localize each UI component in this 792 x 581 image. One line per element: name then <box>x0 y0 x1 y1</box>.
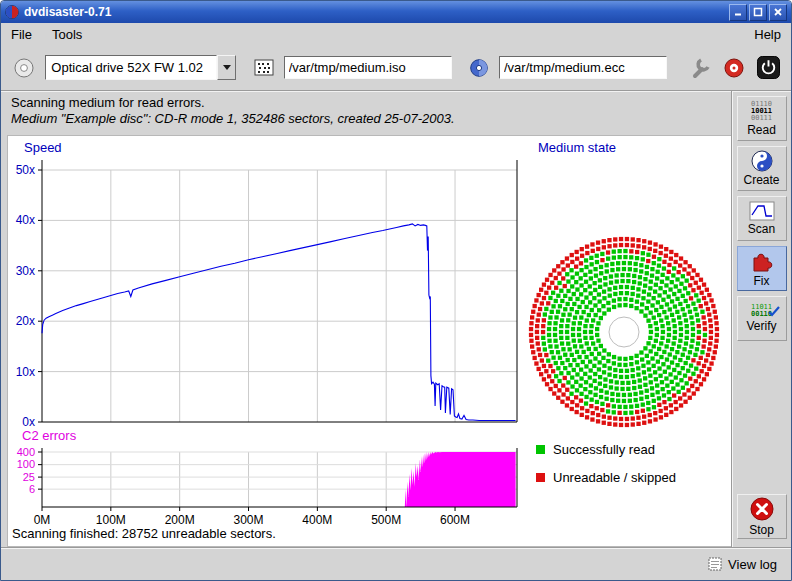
content-column: Scanning medium for read errors. Medium … <box>1 91 731 547</box>
legend-item-unreadable: Unreadable / skipped <box>536 470 676 485</box>
status-area: Scanning medium for read errors. Medium … <box>1 91 731 135</box>
sidebar-button-stop[interactable]: Stop <box>737 494 787 539</box>
about-button[interactable] <box>719 53 748 83</box>
svg-text:0x: 0x <box>22 415 35 428</box>
window-controls <box>729 4 787 21</box>
svg-text:300M: 300M <box>234 513 264 527</box>
svg-text:40x: 40x <box>16 213 35 227</box>
speed-chart: 0x10x20x30x40x50x <box>8 152 533 428</box>
medium-state-title: Medium state <box>538 140 616 155</box>
main-region: Scanning medium for read errors. Medium … <box>1 91 791 547</box>
iso-image-icon <box>254 59 274 76</box>
binary-read-icon: 011101001100111 <box>751 101 772 122</box>
titlebar[interactable]: dvdisaster-0.71 <box>1 1 791 23</box>
disc-drive-icon <box>13 57 35 79</box>
ecc-file-icon <box>469 58 489 78</box>
chevron-down-icon <box>223 65 231 70</box>
binary-verify-icon: 1101100110 <box>751 304 772 318</box>
app-window: dvdisaster-0.71 File Tools Help Opti <box>0 0 792 581</box>
checkmark-icon <box>768 306 780 317</box>
close-icon <box>773 7 783 17</box>
status-line-1: Scanning medium for read errors. <box>11 95 731 111</box>
legend-label-read: Successfully read <box>553 442 655 457</box>
maximize-button[interactable] <box>749 4 767 21</box>
svg-text:25: 25 <box>23 471 35 483</box>
svg-text:50x: 50x <box>16 163 35 177</box>
minimize-button[interactable] <box>729 4 747 21</box>
power-icon <box>757 56 780 79</box>
view-log-label: View log <box>728 557 777 572</box>
legend-swatch-red <box>536 473 545 482</box>
legend-swatch-green <box>536 445 545 454</box>
menubar: File Tools Help <box>1 23 791 45</box>
view-log-button[interactable]: View log <box>704 555 781 574</box>
scan-graph-icon <box>749 201 775 221</box>
svg-text:10x: 10x <box>16 365 35 379</box>
medium-state-disc <box>524 232 724 432</box>
svg-text:20x: 20x <box>16 314 35 328</box>
sidebar-button-create[interactable]: Create <box>737 146 787 191</box>
drive-select-dropdown-button[interactable] <box>217 55 236 80</box>
sidebar-label-verify: Verify <box>746 319 776 333</box>
svg-text:400M: 400M <box>302 513 332 527</box>
iso-path-input[interactable] <box>284 56 452 79</box>
action-sidebar: 011101001100111 Read Create Scan <box>731 91 791 547</box>
svg-text:500M: 500M <box>371 513 401 527</box>
sidebar-label-stop: Stop <box>749 523 774 537</box>
sidebar-label-read: Read <box>747 123 776 137</box>
menu-tools[interactable]: Tools <box>52 27 82 42</box>
sidebar-button-scan[interactable]: Scan <box>737 196 787 241</box>
c2-chart-title: C2 errors <box>22 428 76 443</box>
yin-yang-icon <box>751 150 773 172</box>
preferences-button[interactable] <box>685 53 714 83</box>
svg-text:30x: 30x <box>16 264 35 278</box>
svg-text:400: 400 <box>17 446 35 458</box>
legend-item-read: Successfully read <box>536 442 676 457</box>
sidebar-label-scan: Scan <box>748 222 775 236</box>
menu-file[interactable]: File <box>11 27 32 42</box>
menu-help[interactable]: Help <box>754 27 781 42</box>
svg-text:600M: 600M <box>440 513 470 527</box>
toolbar: Optical drive 52X FW 1.02 <box>1 45 791 91</box>
svg-text:6: 6 <box>29 483 35 495</box>
stop-icon <box>749 496 775 522</box>
status-line-2: Medium "Example disc": CD-R mode 1, 3524… <box>11 111 731 127</box>
ecc-path-input[interactable] <box>499 56 667 79</box>
drive-select[interactable]: Optical drive 52X FW 1.02 <box>45 55 236 80</box>
quit-button[interactable] <box>754 53 783 83</box>
svg-text:0M: 0M <box>34 513 51 527</box>
ecc-file-button[interactable] <box>465 53 494 83</box>
drive-select-value: Optical drive 52X FW 1.02 <box>45 55 217 80</box>
wrench-icon <box>688 56 712 80</box>
dvdisaster-logo-icon <box>723 57 745 79</box>
chart-panel: Speed Medium state 0x10x20x30x40x50x C2 … <box>7 135 731 547</box>
window-title: dvdisaster-0.71 <box>24 5 724 19</box>
sidebar-label-fix: Fix <box>754 274 770 288</box>
sidebar-label-create: Create <box>743 173 779 187</box>
sidebar-button-verify[interactable]: 1101100110 Verify <box>737 296 787 341</box>
svg-text:200M: 200M <box>165 513 195 527</box>
scan-result-text: Scanning finished: 28752 unreadable sect… <box>12 526 276 541</box>
svg-text:100M: 100M <box>96 513 126 527</box>
close-button[interactable] <box>769 4 787 21</box>
medium-state-legend: Successfully read Unreadable / skipped <box>536 442 676 485</box>
sidebar-button-read[interactable]: 011101001100111 Read <box>737 96 787 141</box>
iso-file-button[interactable] <box>249 53 278 83</box>
svg-text:100: 100 <box>17 458 35 470</box>
maximize-icon <box>753 7 763 17</box>
puzzle-piece-icon <box>750 249 774 273</box>
bottom-bar: View log <box>1 547 791 580</box>
sidebar-button-fix[interactable]: Fix <box>737 246 787 291</box>
log-window-icon <box>708 557 722 571</box>
app-logo-icon <box>5 5 19 19</box>
legend-label-unreadable: Unreadable / skipped <box>553 470 676 485</box>
minimize-icon <box>733 7 743 17</box>
eject-medium-button[interactable] <box>9 53 38 83</box>
